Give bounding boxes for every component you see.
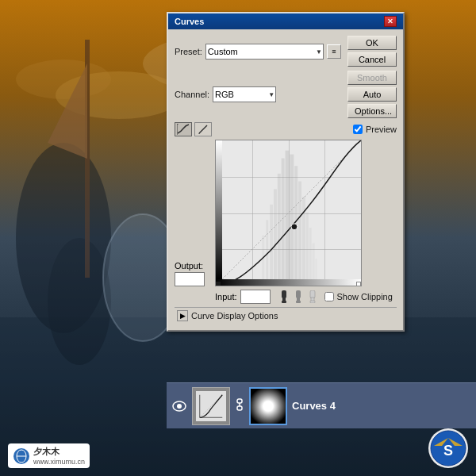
- auto-button[interactable]: Auto: [347, 87, 397, 102]
- curve-display-options-row: ▶ Curve Display Options: [175, 307, 397, 324]
- show-clipping-checkbox[interactable]: [324, 292, 334, 301]
- svg-line-9: [199, 125, 207, 133]
- preset-select-wrapper: Custom Default ▼: [205, 44, 324, 60]
- svg-text:S: S: [443, 443, 453, 459]
- left-gradient-bar: [216, 140, 222, 279]
- watermark-right: S: [428, 428, 468, 468]
- svg-point-38: [177, 404, 182, 409]
- dialog-body: Preset: Custom Default ▼ ≡ OK Cancel Cha…: [168, 29, 403, 330]
- pencil-tool-icon[interactable]: [194, 122, 212, 136]
- svg-rect-36: [310, 301, 315, 303]
- white-eyedropper-icon[interactable]: [305, 290, 320, 304]
- cancel-button[interactable]: Cancel: [347, 52, 397, 67]
- curve-area: Output: 41: [175, 140, 397, 286]
- dialog-titlebar: Curves ✕: [168, 13, 403, 29]
- svg-rect-33: [296, 301, 301, 303]
- logo-icon: [13, 447, 30, 465]
- input-field[interactable]: 91: [240, 290, 271, 304]
- curve-canvas[interactable]: [215, 140, 362, 286]
- svg-rect-28: [282, 290, 286, 298]
- layer-mask-thumbnail: [249, 387, 287, 425]
- dialog-close-button[interactable]: ✕: [384, 16, 397, 27]
- options-button[interactable]: Options...: [347, 104, 397, 118]
- svg-rect-43: [237, 399, 242, 403]
- watermark-name: 夕木木: [33, 446, 85, 458]
- layer-visibility-icon[interactable]: [171, 398, 187, 414]
- tool-row: Preview: [175, 122, 397, 136]
- preview-checkbox[interactable]: [353, 125, 363, 134]
- output-input[interactable]: 41: [175, 272, 205, 286]
- bottom-gradient-bar: [216, 279, 361, 286]
- channel-label: Channel:: [175, 90, 209, 99]
- curve-tool-icon[interactable]: [175, 122, 192, 136]
- expand-icon[interactable]: ▶: [177, 310, 188, 321]
- layer-chain-icon[interactable]: [235, 397, 244, 414]
- svg-rect-31: [296, 290, 301, 298]
- output-section: Output: 41: [175, 140, 210, 286]
- svg-point-27: [291, 224, 298, 230]
- s-logo-icon: S: [430, 430, 466, 466]
- curve-display-options-label: Curve Display Options: [191, 311, 278, 321]
- watermark-left: 夕木木 www.ximumu.cn: [8, 443, 90, 468]
- output-label: Output:: [175, 261, 203, 271]
- bottom-left-indicator: [216, 282, 221, 286]
- preset-row: Preset: Custom Default ▼ ≡ OK Cancel: [175, 36, 397, 67]
- curve-canvas-wrapper: [215, 140, 397, 286]
- bottom-right-indicator: [356, 282, 361, 286]
- svg-point-2: [16, 60, 111, 99]
- layer-curves-thumbnail: [192, 387, 230, 425]
- preset-select[interactable]: Custom Default: [205, 44, 324, 60]
- channel-select[interactable]: RGB Red Green Blue: [213, 86, 276, 102]
- smooth-button[interactable]: Smooth: [347, 71, 397, 85]
- svg-rect-44: [237, 406, 242, 410]
- channel-select-wrapper: RGB Red Green Blue ▼: [213, 86, 276, 102]
- curves-dialog: Curves ✕ Preset: Custom Default ▼ ≡ OK C…: [167, 12, 405, 332]
- preview-row: Preview: [353, 125, 397, 134]
- curves-thumbnail-svg: [196, 391, 226, 421]
- svg-rect-34: [310, 290, 315, 298]
- curve-svg: [216, 140, 361, 286]
- watermark-site: www.ximumu.cn: [33, 458, 85, 466]
- layer-panel: Curves 4: [167, 382, 476, 428]
- channel-row: Channel: RGB Red Green Blue ▼ Smooth Aut…: [175, 71, 397, 118]
- show-clipping-row: Show Clipping: [324, 292, 393, 301]
- preset-options-icon[interactable]: ≡: [327, 44, 341, 59]
- input-label: Input:: [215, 292, 237, 301]
- preset-label: Preset:: [175, 47, 202, 56]
- dialog-title: Curves: [175, 17, 204, 26]
- preview-label: Preview: [366, 125, 397, 134]
- layer-name: Curves 4: [292, 400, 336, 412]
- input-controls-row: Input: 91: [175, 290, 397, 304]
- mask-gradient: [251, 389, 286, 424]
- show-clipping-label: Show Clipping: [337, 292, 393, 301]
- black-eyedropper-icon[interactable]: [277, 290, 291, 304]
- gray-eyedropper-icon[interactable]: [291, 290, 305, 304]
- svg-point-5: [48, 238, 111, 365]
- ok-button[interactable]: OK: [347, 36, 397, 50]
- svg-rect-30: [282, 301, 286, 303]
